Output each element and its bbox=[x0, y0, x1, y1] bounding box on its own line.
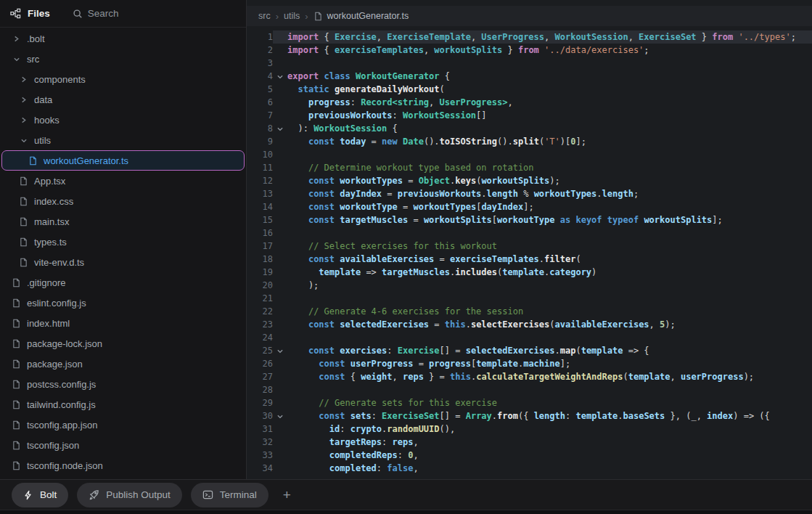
code-line-30[interactable]: 30 const sets: ExerciseSet[] = Array.fro… bbox=[247, 409, 812, 423]
fold-gutter-spacer bbox=[273, 240, 287, 253]
code-line-10[interactable]: 10 bbox=[247, 148, 812, 161]
add-tab-button[interactable]: + bbox=[283, 488, 291, 502]
code-line-3[interactable]: 3 bbox=[247, 57, 812, 70]
tree-folder-src[interactable]: src bbox=[0, 49, 246, 69]
code-line-29[interactable]: 29 // Generate sets for this exercise bbox=[247, 396, 812, 409]
tree-folder-components[interactable]: components bbox=[0, 69, 246, 89]
breadcrumb-segment[interactable]: src bbox=[258, 11, 271, 21]
code-line-8[interactable]: 8 ): WorkoutSession { bbox=[247, 122, 812, 135]
tree-file-tsconfig.json[interactable]: tsconfig.json bbox=[0, 435, 246, 455]
fold-gutter-spacer bbox=[273, 83, 287, 96]
code-line-33[interactable]: 33 completedReps: 0, bbox=[247, 449, 812, 462]
code-line-17[interactable]: 17 // Select exercises for this workout bbox=[247, 240, 812, 253]
tree-file-workoutGenerator.ts[interactable]: workoutGenerator.ts bbox=[1, 150, 245, 171]
code-line-18[interactable]: 18 const availableExercises = exerciseTe… bbox=[247, 253, 812, 266]
tree-file-tsconfig.node.json[interactable]: tsconfig.node.json bbox=[0, 455, 246, 476]
code-line-11[interactable]: 11 // Determine workout type based on ro… bbox=[247, 161, 812, 174]
code-text: const selectedExercises = this.selectExe… bbox=[287, 318, 812, 331]
code-line-34[interactable]: 34 completed: false, bbox=[247, 462, 812, 475]
line-number: 33 bbox=[247, 449, 273, 462]
bolt-editor-window: Files Search .boltsrccomponentsdatahooks… bbox=[0, 0, 812, 514]
code-line-31[interactable]: 31 id: crypto.randomUUID(), bbox=[247, 423, 812, 436]
code-line-21[interactable]: 21 bbox=[247, 292, 812, 305]
fold-gutter-spacer bbox=[273, 174, 287, 187]
code-text: const availableExercises = exerciseTempl… bbox=[287, 253, 812, 266]
line-number: 13 bbox=[247, 187, 273, 200]
publish-output-button[interactable]: Publish Output bbox=[77, 483, 182, 507]
tree-file-index.css[interactable]: index.css bbox=[0, 191, 246, 211]
code-text bbox=[287, 383, 812, 396]
code-line-15[interactable]: 15 const targetMuscles = workoutSplits[w… bbox=[247, 213, 812, 227]
tree-folder-hooks[interactable]: hooks bbox=[0, 110, 246, 130]
code-text: template => targetMuscles.includes(templ… bbox=[287, 266, 812, 279]
chevron-down-icon[interactable] bbox=[19, 137, 28, 144]
fold-gutter-spacer bbox=[273, 423, 287, 436]
rocket-icon bbox=[89, 489, 99, 500]
file-icon bbox=[28, 156, 38, 166]
tree-folder-.bolt[interactable]: .bolt bbox=[0, 28, 246, 49]
code-line-9[interactable]: 9 const today = new Date().toISOString()… bbox=[247, 135, 812, 148]
tree-file-package.json[interactable]: package.json bbox=[0, 354, 246, 374]
fold-chevron-down-icon[interactable] bbox=[273, 70, 287, 83]
tree-folder-utils[interactable]: utils bbox=[0, 130, 246, 150]
breadcrumb-current-file[interactable]: workoutGenerator.ts bbox=[313, 11, 409, 21]
code-line-4[interactable]: 4export class WorkoutGenerator { bbox=[247, 70, 812, 83]
code-text: const targetMuscles = workoutSplits[work… bbox=[287, 213, 812, 227]
code-line-20[interactable]: 20 ); bbox=[247, 279, 812, 292]
fold-chevron-down-icon[interactable] bbox=[273, 344, 287, 357]
chevron-right-icon[interactable] bbox=[19, 76, 28, 83]
code-line-32[interactable]: 32 targetReps: reps, bbox=[247, 436, 812, 449]
chevron-right-icon[interactable] bbox=[19, 97, 28, 103]
code-line-26[interactable]: 26 const userProgress = progress[templat… bbox=[247, 357, 812, 370]
breadcrumb: src›utils›workoutGenerator.ts bbox=[247, 6, 812, 26]
terminal-button[interactable]: Terminal bbox=[191, 483, 268, 507]
line-number: 16 bbox=[247, 227, 273, 240]
code-line-25[interactable]: 25 const exercises: Exercise[] = selecte… bbox=[247, 344, 812, 357]
code-line-22[interactable]: 22 // Generate 4-6 exercises for the ses… bbox=[247, 305, 812, 318]
tree-folder-data[interactable]: data bbox=[0, 89, 246, 110]
tree-file-App.tsx[interactable]: App.tsx bbox=[0, 171, 246, 191]
tree-file-main.tsx[interactable]: main.tsx bbox=[0, 211, 246, 232]
file-icon bbox=[19, 176, 28, 186]
code-line-23[interactable]: 23 const selectedExercises = this.select… bbox=[247, 318, 812, 331]
chevron-right-icon[interactable] bbox=[12, 36, 21, 42]
tree-file-.gitignore[interactable]: .gitignore bbox=[0, 272, 246, 293]
code-line-16[interactable]: 16 bbox=[247, 227, 812, 240]
code-line-5[interactable]: 5 static generateDailyWorkout( bbox=[247, 83, 812, 96]
bolt-button[interactable]: Bolt bbox=[12, 483, 68, 507]
code-line-2[interactable]: 2import { exerciseTemplates, workoutSpli… bbox=[247, 44, 812, 57]
code-line-28[interactable]: 28 bbox=[247, 383, 812, 396]
tree-file-vite-env.d.ts[interactable]: vite-env.d.ts bbox=[0, 252, 246, 272]
tree-file-tsconfig.app.json[interactable]: tsconfig.app.json bbox=[0, 415, 246, 435]
tree-file-tailwind.config.js[interactable]: tailwind.config.js bbox=[0, 394, 246, 415]
code-editor[interactable]: 1import { Exercise, ExerciseTemplate, Us… bbox=[247, 26, 812, 479]
code-text: previousWorkouts: WorkoutSession[] bbox=[287, 109, 812, 122]
line-number: 15 bbox=[247, 213, 273, 227]
fold-gutter-spacer bbox=[273, 305, 287, 318]
code-line-1[interactable]: 1import { Exercise, ExerciseTemplate, Us… bbox=[247, 30, 812, 44]
code-line-13[interactable]: 13 const dayIndex = previousWorkouts.len… bbox=[247, 187, 812, 200]
chevron-down-icon[interactable] bbox=[12, 56, 21, 62]
code-text: export class WorkoutGenerator { bbox=[287, 70, 812, 83]
line-number: 19 bbox=[247, 266, 273, 279]
tree-file-package-lock.json[interactable]: package-lock.json bbox=[0, 333, 246, 354]
code-line-24[interactable]: 24 bbox=[247, 331, 812, 344]
code-line-19[interactable]: 19 template => targetMuscles.includes(te… bbox=[247, 266, 812, 279]
chevron-right-icon[interactable] bbox=[19, 117, 28, 123]
line-number: 14 bbox=[247, 200, 273, 213]
code-line-6[interactable]: 6 progress: Record<string, UserProgress>… bbox=[247, 96, 812, 109]
search-button[interactable]: Search bbox=[73, 8, 119, 19]
code-line-12[interactable]: 12 const workoutTypes = Object.keys(work… bbox=[247, 174, 812, 187]
breadcrumb-segment[interactable]: utils bbox=[284, 11, 300, 21]
line-number: 12 bbox=[247, 174, 273, 187]
tree-file-index.html[interactable]: index.html bbox=[0, 313, 246, 333]
fold-chevron-down-icon[interactable] bbox=[273, 122, 287, 135]
code-line-7[interactable]: 7 previousWorkouts: WorkoutSession[] bbox=[247, 109, 812, 122]
line-number: 6 bbox=[247, 96, 273, 109]
tree-file-postcss.config.js[interactable]: postcss.config.js bbox=[0, 374, 246, 394]
code-line-27[interactable]: 27 const { weight, reps } = this.calcula… bbox=[247, 370, 812, 383]
fold-chevron-down-icon[interactable] bbox=[273, 409, 287, 423]
code-line-14[interactable]: 14 const workoutType = workoutTypes[dayI… bbox=[247, 200, 812, 213]
tree-file-types.ts[interactable]: types.ts bbox=[0, 232, 246, 252]
tree-file-eslint.config.js[interactable]: eslint.config.js bbox=[0, 293, 246, 313]
